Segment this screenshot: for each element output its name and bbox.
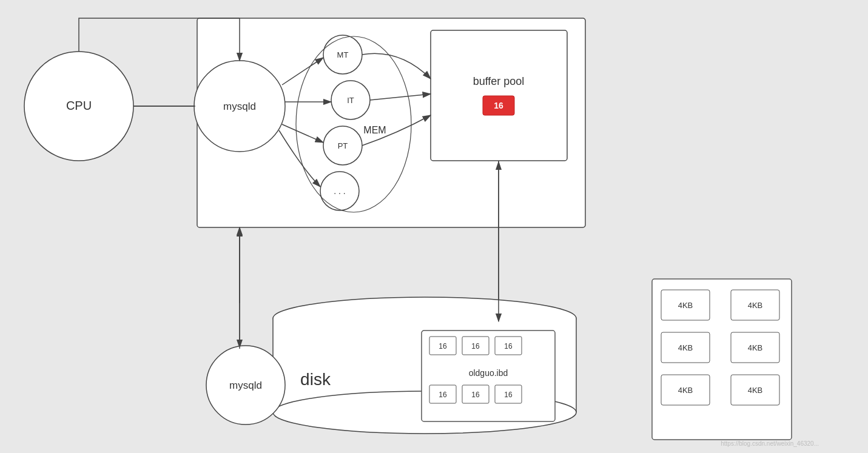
architecture-svg: buffer pool 16 CPU mysqld MT IT PT . . .…	[0, 0, 868, 453]
disk-cell-bot-2-label: 16	[471, 391, 480, 399]
os-page-5-label: 4KB	[678, 386, 693, 395]
disk-cell-top-2-label: 16	[471, 342, 480, 351]
buffer-pool-label: buffer pool	[473, 75, 525, 87]
disk-label: disk	[300, 370, 331, 389]
oldguo-label: oldguo.ibd	[469, 368, 508, 378]
mysqld-top-label: mysqld	[223, 101, 256, 112]
os-page-2-label: 4KB	[748, 301, 763, 310]
os-page-1-label: 4KB	[678, 301, 693, 310]
pt-label: PT	[338, 141, 348, 150]
diagram-container: buffer pool 16 CPU mysqld MT IT PT . . .…	[0, 0, 868, 453]
mem-label: MEM	[363, 125, 386, 135]
os-page-6-label: 4KB	[748, 386, 763, 395]
os-page-3-label: 4KB	[678, 343, 693, 352]
disk-cell-top-1-label: 16	[439, 342, 447, 351]
disk-cell-top-3-label: 16	[504, 342, 513, 351]
dots-label: . . .	[334, 186, 345, 196]
mysqld-bottom-label: mysqld	[229, 380, 262, 391]
os-page-4-label: 4KB	[748, 343, 763, 352]
cpu-label: CPU	[66, 99, 92, 112]
it-label: IT	[347, 96, 354, 105]
watermark: https://blog.csdn.net/weixin_46320...	[721, 440, 819, 447]
mt-label: MT	[337, 50, 349, 59]
buffer-pool-value: 16	[494, 101, 503, 110]
disk-cell-bot-1-label: 16	[439, 391, 447, 399]
disk-cell-bot-3-label: 16	[504, 391, 513, 399]
